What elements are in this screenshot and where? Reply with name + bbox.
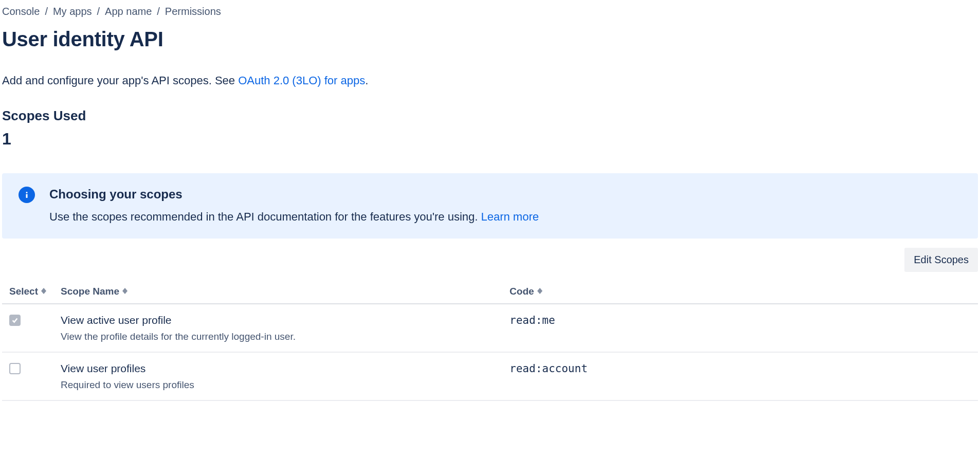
column-header-select-label: Select <box>9 284 38 299</box>
breadcrumb: Console / My apps / App name / Permissio… <box>2 2 978 20</box>
column-header-code-label: Code <box>510 284 534 299</box>
info-panel: Choosing your scopes Use the scopes reco… <box>2 173 978 239</box>
breadcrumb-separator: / <box>157 4 160 19</box>
sort-icon <box>41 288 46 294</box>
oauth-docs-link[interactable]: OAuth 2.0 (3LO) for apps <box>238 74 365 87</box>
page-title: User identity API <box>2 24 978 54</box>
intro-text: Add and configure your app's API scopes.… <box>2 72 978 89</box>
sort-icon <box>122 288 128 294</box>
info-icon <box>19 187 35 203</box>
scopes-table: Select Scope Name Co <box>2 279 978 401</box>
breadcrumb-item-app-name[interactable]: App name <box>105 4 152 19</box>
info-text-prefix: Use the scopes recommended in the API do… <box>49 210 481 223</box>
intro-suffix: . <box>365 74 368 87</box>
column-header-select[interactable]: Select <box>9 284 46 299</box>
column-header-scope-name[interactable]: Scope Name <box>61 284 128 299</box>
learn-more-link[interactable]: Learn more <box>481 210 539 223</box>
scopes-used-count: 1 <box>2 127 978 151</box>
svg-rect-1 <box>26 194 28 198</box>
table-row: View active user profileView the profile… <box>2 304 978 352</box>
breadcrumb-item-my-apps[interactable]: My apps <box>53 4 92 19</box>
breadcrumb-separator: / <box>97 4 100 19</box>
table-row: View user profilesRequired to view users… <box>2 352 978 400</box>
scope-checkbox <box>9 315 21 326</box>
scope-description: View the profile details for the current… <box>61 330 495 344</box>
scope-name: View user profiles <box>61 361 495 376</box>
scope-code: read:account <box>510 362 588 375</box>
sort-icon <box>537 288 542 294</box>
svg-point-0 <box>26 192 28 193</box>
info-title: Choosing your scopes <box>49 186 964 204</box>
scope-description: Required to view users profiles <box>61 378 495 392</box>
column-header-scope-name-label: Scope Name <box>61 284 119 299</box>
column-header-code[interactable]: Code <box>510 284 542 299</box>
scope-checkbox[interactable] <box>9 363 21 374</box>
scope-code: read:me <box>510 314 555 326</box>
scopes-used-label: Scopes Used <box>2 106 978 126</box>
edit-scopes-button[interactable]: Edit Scopes <box>904 248 978 272</box>
breadcrumb-item-permissions[interactable]: Permissions <box>165 4 221 19</box>
breadcrumb-item-console[interactable]: Console <box>2 4 40 19</box>
breadcrumb-separator: / <box>45 4 48 19</box>
info-text: Use the scopes recommended in the API do… <box>49 209 964 225</box>
intro-prefix: Add and configure your app's API scopes.… <box>2 74 238 87</box>
scope-name: View active user profile <box>61 313 495 328</box>
